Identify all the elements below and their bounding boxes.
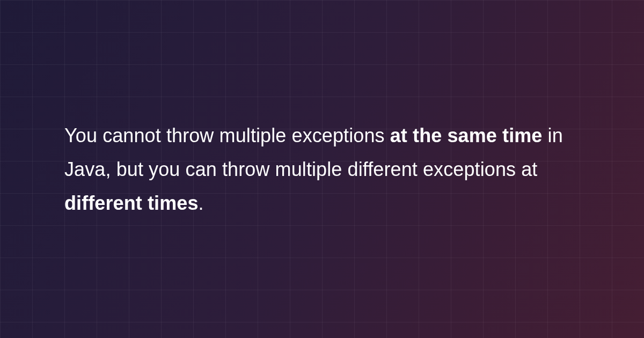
quote-bold-segment: at the same time xyxy=(390,124,543,146)
quote-bold-segment: different times xyxy=(64,192,199,214)
quote-text: You cannot throw multiple exceptions at … xyxy=(64,119,580,220)
content-container: You cannot throw multiple exceptions at … xyxy=(0,0,644,338)
